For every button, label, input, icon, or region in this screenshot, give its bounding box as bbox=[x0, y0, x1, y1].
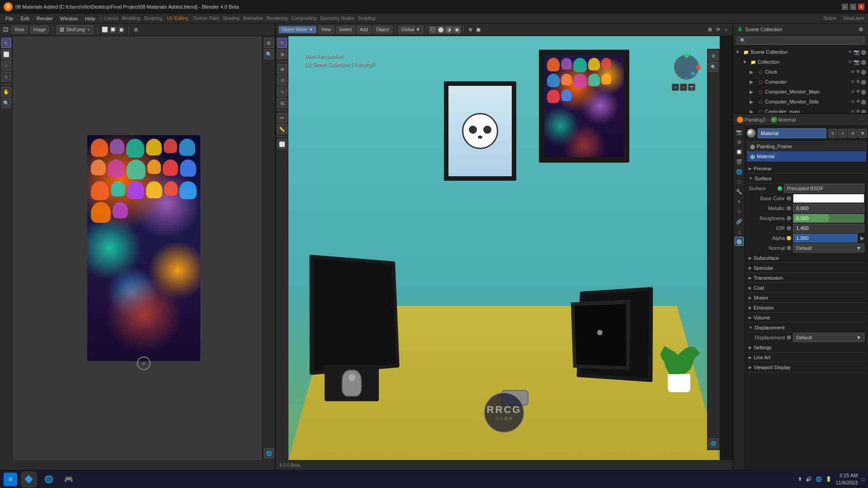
tool-hand[interactable]: ✋ bbox=[1, 87, 11, 97]
props-view-layer-icon[interactable]: 🔲 bbox=[735, 147, 744, 156]
taskbar-app3[interactable]: 🎮 bbox=[61, 471, 77, 488]
outliner-monitor-side[interactable]: ▶ ⬡ Computer_Monitor_Side 👁 ⚙ ⬤ bbox=[748, 97, 868, 107]
mode-icon-3[interactable]: ◼ bbox=[118, 26, 125, 33]
workspace-rendering[interactable]: Rendering bbox=[265, 16, 289, 21]
mode-icon-2[interactable]: 🔲 bbox=[109, 26, 117, 33]
eye-icon[interactable]: 👁 bbox=[848, 49, 853, 55]
image-selector[interactable]: 🖼 Skull.png ▼ bbox=[57, 25, 94, 34]
outliner-filter-btn[interactable]: ⚙ bbox=[857, 26, 864, 33]
clock-eye-icon[interactable]: 👁 bbox=[850, 69, 855, 75]
tray-notification-icon[interactable]: □ bbox=[861, 477, 864, 482]
ctrl-render-icon[interactable]: ⬤ bbox=[861, 109, 866, 114]
section-viewport-display[interactable]: Viewport Display bbox=[747, 362, 866, 372]
alpha-extra-icon[interactable]: ▶ bbox=[860, 235, 864, 241]
section-coat[interactable]: Coat bbox=[747, 283, 866, 293]
props-more-btn[interactable]: ⋯ bbox=[857, 116, 864, 123]
alpha-dot[interactable] bbox=[787, 236, 791, 240]
tool-select-circle[interactable]: ○ bbox=[1, 61, 11, 70]
props-constraints-icon[interactable]: 🔗 bbox=[735, 217, 744, 226]
metallic-dot[interactable] bbox=[787, 206, 791, 211]
props-modifier-icon[interactable]: 🔧 bbox=[735, 187, 744, 196]
xray-btn[interactable]: ▣ bbox=[475, 26, 482, 33]
props-material-icon[interactable]: ⬤ bbox=[735, 237, 744, 246]
tool-select-lasso[interactable]: ∿ bbox=[1, 72, 11, 82]
monitor-left[interactable] bbox=[310, 255, 400, 375]
base-color-swatch[interactable] bbox=[793, 194, 864, 203]
mat-new-btn[interactable]: + bbox=[838, 129, 847, 138]
snap-icon[interactable]: ⊞ bbox=[706, 26, 713, 33]
mat-item-painting-frame[interactable]: ⬤ Painting_Frame bbox=[747, 141, 866, 151]
workspace-geometry-nodes[interactable]: Geometry Nodes bbox=[318, 16, 356, 21]
normal-dot[interactable] bbox=[787, 246, 791, 250]
camera-icon[interactable]: 📷 bbox=[854, 49, 860, 55]
world-btn[interactable]: 🌐 bbox=[708, 438, 718, 448]
shade-solid-icon[interactable]: ⬤ bbox=[437, 26, 444, 33]
props-output-icon[interactable]: 🖥 bbox=[735, 137, 744, 146]
zoom-in-btn[interactable]: + bbox=[672, 84, 679, 91]
add-image-btn[interactable]: ✕ bbox=[132, 26, 140, 33]
tool-measure[interactable]: 📏 bbox=[277, 124, 287, 134]
viewport-mode-btn[interactable]: Object Mode ▼ bbox=[278, 26, 316, 33]
mat-browse-btn[interactable]: ≡ bbox=[828, 129, 837, 138]
viewport-add-btn[interactable]: Add bbox=[357, 26, 371, 33]
bc-painting3[interactable]: P Painting3 bbox=[737, 117, 765, 123]
workspace-sculpting[interactable]: Sculpting bbox=[142, 16, 164, 21]
shade-material-icon[interactable]: ◑ bbox=[445, 26, 453, 33]
camera-btn[interactable]: 📷 bbox=[688, 84, 695, 91]
filter-btn[interactable]: 🔍 bbox=[708, 62, 718, 72]
section-transmission[interactable]: Transmission bbox=[747, 273, 866, 283]
section-specular[interactable]: Specular bbox=[747, 263, 866, 273]
zoom-out-btn[interactable]: − bbox=[680, 84, 687, 91]
viewport-nav-gizmo[interactable]: X Y Z + − 📷 bbox=[672, 52, 703, 84]
outliner-search-input[interactable] bbox=[737, 37, 864, 45]
roughness-value[interactable]: 0.500 bbox=[793, 214, 864, 223]
close-button[interactable]: ✕ bbox=[858, 4, 864, 10]
transform-icon[interactable]: ⟳ bbox=[714, 26, 722, 33]
props-render-icon[interactable]: 📷 bbox=[735, 127, 744, 136]
mat-extra-btn[interactable]: ▼ bbox=[858, 129, 867, 138]
metallic-value[interactable]: 0.000 bbox=[793, 204, 864, 213]
painting-large[interactable] bbox=[539, 50, 629, 163]
alpha-value[interactable]: 1.000 bbox=[793, 234, 858, 243]
section-line-art[interactable]: Line Art bbox=[747, 352, 866, 362]
view-fit-btn[interactable]: ⊞ bbox=[264, 38, 274, 48]
tool-select-box[interactable]: ⬜ bbox=[1, 49, 11, 59]
section-preview[interactable]: Preview bbox=[747, 164, 866, 174]
tool-cursor-3d[interactable]: ⊕ bbox=[277, 49, 287, 59]
mat-unlink-btn[interactable]: ✕ bbox=[848, 129, 857, 138]
ior-dot[interactable] bbox=[787, 226, 791, 230]
menu-help[interactable]: Help bbox=[81, 15, 99, 22]
tool-add-cube[interactable]: ⬜ bbox=[277, 139, 287, 149]
section-sheen[interactable]: Sheen bbox=[747, 293, 866, 303]
roughness-dot[interactable] bbox=[787, 216, 791, 221]
tool-select-3d[interactable]: ↖ bbox=[277, 38, 287, 48]
tool-annotate[interactable]: ✏ bbox=[277, 113, 287, 123]
painting-panda[interactable] bbox=[444, 81, 516, 181]
displacement-dot[interactable] bbox=[787, 335, 791, 340]
clock-render-icon[interactable]: ⬤ bbox=[861, 69, 866, 75]
section-emission[interactable]: Emission bbox=[747, 303, 866, 313]
section-subsurface[interactable]: Subsurface bbox=[747, 253, 866, 263]
nav-y-dot[interactable] bbox=[684, 53, 689, 58]
ms-eye-icon[interactable]: 👁 bbox=[850, 99, 855, 105]
bc-material[interactable]: M Material bbox=[771, 117, 796, 123]
tool-scale[interactable]: ⤡ bbox=[277, 87, 287, 97]
tray-icon-1[interactable]: ⬆ bbox=[798, 476, 802, 482]
outliner-computer[interactable]: ▶ ⬡ Computer 👁 ⚙ ⬤ bbox=[748, 77, 868, 87]
shader-type-value[interactable]: Principled BSDF bbox=[784, 184, 864, 193]
options-btn[interactable]: ⊞ bbox=[708, 51, 718, 61]
nav-z-dot[interactable] bbox=[691, 72, 695, 75]
menu-window[interactable]: Window bbox=[57, 15, 81, 22]
ctrl-eye-icon[interactable]: 👁 bbox=[850, 109, 855, 114]
outliner-collection[interactable]: ▼ 📁 Collection 👁 📷 ⬤ bbox=[741, 57, 868, 67]
material-name-input[interactable] bbox=[758, 128, 826, 138]
nav-x-dot[interactable] bbox=[696, 65, 700, 70]
section-volume[interactable]: Volume bbox=[747, 313, 866, 323]
ms-render-icon[interactable]: ⬤ bbox=[861, 99, 866, 105]
workspace-compositing[interactable]: Compositing bbox=[289, 16, 318, 21]
coll-cam-icon[interactable]: 📷 bbox=[854, 59, 860, 65]
props-particles-icon[interactable]: ✦ bbox=[735, 197, 744, 206]
mm-render-icon[interactable]: ⬤ bbox=[861, 89, 866, 95]
start-button[interactable]: ⊞ bbox=[4, 473, 17, 486]
outliner-controller[interactable]: ▶ ⬡ Controller_main 👁 ⚙ ⬤ bbox=[748, 107, 868, 114]
